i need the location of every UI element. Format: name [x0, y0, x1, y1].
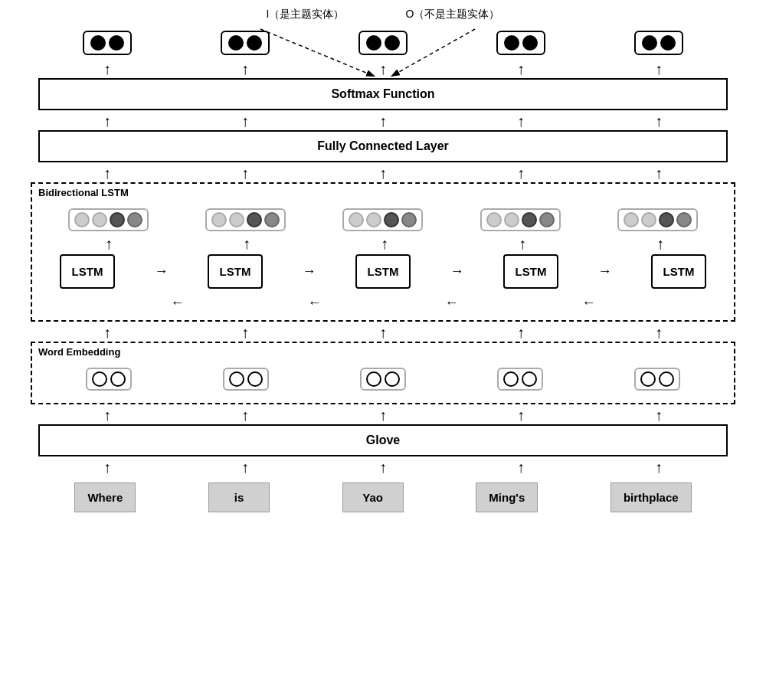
legend-i: I（是主题实体）	[267, 8, 345, 21]
arrow-up-s2: ↑	[379, 113, 387, 129]
circle-w	[92, 371, 107, 387]
embed-node-1	[223, 368, 269, 391]
arrows-tokens-to-glove: ↑ ↑ ↑ ↑ ↑	[38, 460, 728, 475]
circle-lg	[92, 212, 107, 227]
output-nodes-row	[38, 31, 728, 55]
circle-lg	[211, 212, 227, 227]
token-yao: Yao	[342, 482, 404, 512]
circle-black	[504, 35, 519, 51]
circle-mg	[127, 212, 142, 227]
arrow-e3: ↑	[517, 325, 525, 340]
arrow-e2: ↑	[379, 325, 387, 340]
arrow-up-s4: ↑	[655, 113, 663, 129]
circle-w	[385, 371, 400, 387]
circle-w	[110, 371, 126, 387]
arrow-up-0: ↑	[103, 61, 111, 77]
circle-black	[228, 35, 244, 51]
circle-w	[247, 371, 263, 387]
arrow-g3: ↑	[517, 407, 525, 423]
circle-black	[385, 35, 400, 51]
token-where: Where	[74, 482, 136, 512]
arrow-up-f4: ↑	[655, 165, 663, 181]
circle-mg	[676, 212, 692, 227]
circle-lg	[366, 212, 381, 227]
arrow-left-2: ←	[445, 295, 459, 311]
embed-node-2	[360, 368, 406, 391]
arrow-up-2: ↑	[379, 61, 387, 77]
circle-dg	[247, 212, 262, 227]
circle-dg	[659, 212, 674, 227]
arrow-up-f1: ↑	[241, 165, 249, 181]
arrow-t2: ↑	[379, 460, 387, 475]
legend-i-label: I（是主题实体）	[267, 8, 345, 21]
circle-lg	[74, 212, 90, 227]
circle-w	[366, 371, 381, 387]
arrow-up-f0: ↑	[103, 165, 111, 181]
concat-row	[40, 208, 726, 231]
legend-o-label: O（不是主题实体）	[406, 8, 500, 21]
circle-black	[642, 35, 657, 51]
glove-label: Glove	[366, 433, 400, 446]
lstm-0: LSTM	[60, 254, 116, 289]
arrow-g4: ↑	[655, 407, 663, 423]
embed-node-0	[86, 368, 132, 391]
fc-label: Fully Connected Layer	[317, 139, 449, 152]
concat-node-1	[205, 208, 286, 231]
circle-lg	[641, 212, 656, 227]
circle-lg	[349, 212, 364, 227]
circle-lg	[624, 212, 639, 227]
arrow-left-3: ←	[582, 295, 596, 311]
arrow-right-2: →	[450, 263, 464, 280]
arrow-e0: ↑	[103, 325, 111, 340]
arrow-l3: ↑	[519, 236, 526, 251]
arrow-t3: ↑	[517, 460, 525, 475]
arrow-t1: ↑	[241, 460, 249, 475]
concat-node-3	[480, 208, 561, 231]
lstm-row: LSTM → LSTM → LSTM → LSTM → LSTM	[40, 254, 726, 289]
arrow-left-0: ←	[171, 295, 185, 311]
output-node-4	[634, 31, 683, 55]
softmax-layer: Softmax Function	[38, 78, 728, 110]
concat-node-4	[617, 208, 698, 231]
arrow-l0: ↑	[105, 236, 113, 251]
token-is: is	[208, 482, 270, 512]
arrows-glove-to-embed: ↑ ↑ ↑ ↑ ↑	[38, 407, 728, 423]
circle-black	[90, 35, 106, 51]
circle-black	[109, 35, 124, 51]
circle-w	[659, 371, 674, 387]
arrow-e4: ↑	[655, 325, 663, 340]
token-birthplace: birthplace	[611, 482, 692, 512]
embed-node-3	[497, 368, 543, 391]
circle-mg	[401, 212, 417, 227]
arrow-up-f3: ↑	[517, 165, 525, 181]
circle-black	[522, 35, 538, 51]
bidirectional-lstm-box: Bidirectional LSTM	[31, 182, 735, 322]
arrows-embed-to-lstm: ↑ ↑ ↑ ↑ ↑	[38, 325, 728, 340]
arrow-e1: ↑	[241, 325, 249, 340]
circle-w	[640, 371, 656, 387]
embed-node-4	[634, 368, 680, 391]
arrow-l4: ↑	[656, 236, 664, 251]
circle-mg	[539, 212, 555, 227]
softmax-label: Softmax Function	[331, 87, 434, 100]
arrow-up-s1: ↑	[241, 113, 249, 129]
arrows-softmax-to-fc: ↑ ↑ ↑ ↑ ↑	[38, 113, 728, 129]
lstm-4: LSTM	[651, 254, 707, 289]
token-mings: Ming's	[476, 482, 538, 512]
arrows-fc-to-bilstm: ↑ ↑ ↑ ↑ ↑	[38, 165, 728, 181]
circle-mg	[264, 212, 280, 227]
arrows-lstm-to-concat: ↑ ↑ ↑ ↑ ↑	[40, 236, 729, 251]
bilstm-label: Bidirectional LSTM	[38, 187, 129, 198]
concat-node-0	[68, 208, 149, 231]
circle-lg	[229, 212, 244, 227]
embed-row	[40, 368, 726, 391]
arrow-up-1: ↑	[241, 61, 249, 77]
arrow-l2: ↑	[381, 236, 388, 251]
fc-layer: Fully Connected Layer	[38, 130, 728, 162]
output-node-2	[358, 31, 408, 55]
arrow-up-f2: ↑	[379, 165, 387, 181]
arrow-right-3: →	[598, 263, 612, 280]
arrow-right-1: →	[302, 263, 316, 280]
circle-lg	[504, 212, 519, 227]
arrow-l1: ↑	[243, 236, 250, 251]
